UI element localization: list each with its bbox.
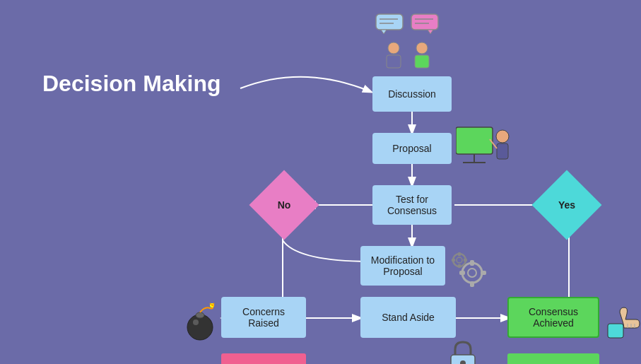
discussion-box: Discussion <box>372 76 452 112</box>
svg-rect-36 <box>464 259 467 262</box>
svg-point-26 <box>468 269 476 277</box>
svg-rect-44 <box>608 324 623 338</box>
svg-rect-16 <box>387 55 401 68</box>
svg-point-32 <box>457 257 462 263</box>
svg-marker-8 <box>381 30 387 34</box>
pink-bar <box>221 353 306 364</box>
svg-point-25 <box>462 263 482 283</box>
svg-rect-9 <box>411 14 438 30</box>
green-bar <box>507 353 599 364</box>
svg-point-15 <box>388 42 399 54</box>
consensus-achieved-box: Consensus Achieved <box>507 297 599 338</box>
svg-rect-18 <box>415 55 429 68</box>
yes-label: Yes <box>558 199 575 211</box>
svg-point-22 <box>496 130 509 143</box>
presenter-icon <box>456 124 512 173</box>
yes-diamond: Yes <box>539 180 595 230</box>
stand-aside-box: Stand Aside <box>360 297 456 338</box>
discussion-icon <box>372 13 443 69</box>
svg-rect-23 <box>497 143 508 159</box>
svg-rect-19 <box>456 127 493 154</box>
svg-line-42 <box>212 305 214 306</box>
gears-icon <box>445 246 491 292</box>
svg-point-17 <box>416 42 428 54</box>
thumbsup-icon <box>604 304 641 343</box>
modification-proposal-box: Modification to Proposal <box>360 246 445 286</box>
test-consensus-box: Test for Consensus <box>372 185 452 225</box>
lock-icon <box>445 339 484 364</box>
svg-rect-34 <box>458 264 461 268</box>
svg-rect-35 <box>452 259 455 262</box>
page-title: Decision Making <box>42 71 240 97</box>
bomb-icon <box>180 303 219 341</box>
proposal-box: Proposal <box>372 133 452 164</box>
svg-marker-10 <box>428 30 433 34</box>
svg-rect-30 <box>481 271 486 275</box>
svg-rect-29 <box>459 271 465 275</box>
no-diamond: No <box>256 180 312 230</box>
svg-rect-33 <box>458 252 461 256</box>
svg-rect-27 <box>470 260 474 266</box>
svg-point-43 <box>193 319 199 325</box>
concerns-raised-box: Concerns Raised <box>221 297 306 338</box>
svg-point-38 <box>196 312 204 318</box>
svg-rect-7 <box>376 14 403 30</box>
no-label: No <box>278 199 291 211</box>
svg-rect-28 <box>470 281 474 287</box>
